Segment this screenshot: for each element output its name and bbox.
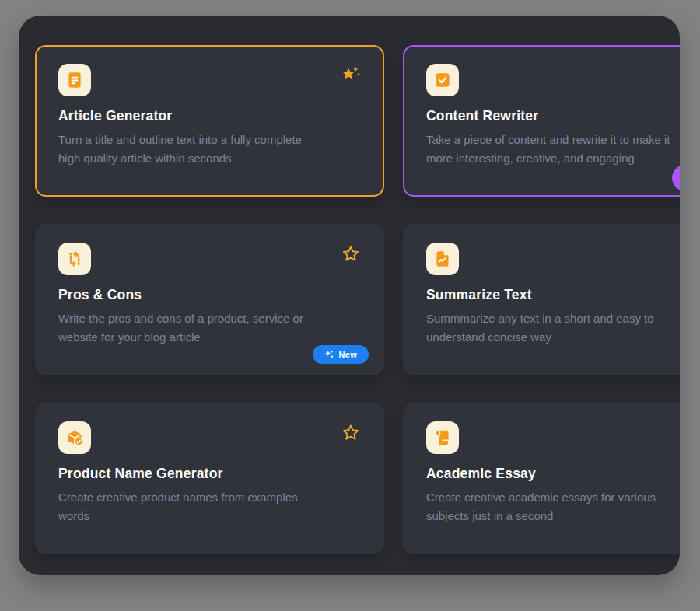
- new-badge: New: [313, 345, 369, 364]
- sparkle-icon: [324, 350, 334, 359]
- swap-arrows-icon: [58, 243, 91, 275]
- card-description: Write the pros and cons of a product, se…: [58, 309, 361, 346]
- favorited-star-icon[interactable]: [339, 64, 362, 87]
- card-description: Take a piece of content and rewrite it t…: [426, 131, 680, 167]
- tool-card-article-generator[interactable]: Article Generator Turn a title and outli…: [35, 45, 384, 197]
- tools-panel: Article Generator Turn a title and outli…: [19, 16, 680, 575]
- package-check-icon: [58, 421, 91, 454]
- card-description: Create creative academic essays for vari…: [426, 488, 680, 525]
- card-title: Pros & Cons: [58, 287, 361, 303]
- favorite-star-icon[interactable]: [339, 421, 362, 445]
- card-title: Product Name Generator: [58, 466, 361, 482]
- tool-card-product-name-generator[interactable]: Product Name Generator Create creative p…: [35, 403, 384, 554]
- tools-grid: Article Generator Turn a title and outli…: [19, 16, 680, 554]
- card-title: Summarize Text: [426, 287, 680, 303]
- tool-card-pros-cons[interactable]: Pros & Cons Write the pros and cons of a…: [35, 224, 384, 375]
- tool-card-academic-essay[interactable]: Academic Essay Create creative academic …: [403, 403, 680, 554]
- new-badge-label: New: [338, 350, 357, 359]
- document-icon: [58, 64, 91, 96]
- card-title: Article Generator: [58, 108, 361, 124]
- favorite-star-icon[interactable]: [339, 243, 362, 266]
- card-description: Create creative product names from examp…: [58, 488, 361, 525]
- card-title: Content Rewriter: [426, 108, 680, 124]
- checkbox-check-icon: [426, 64, 459, 96]
- tool-card-summarize-text[interactable]: Summarize Text Summmarize any text in a …: [403, 224, 680, 375]
- tool-card-content-rewriter[interactable]: Content Rewriter Take a piece of content…: [403, 45, 680, 197]
- card-title: Academic Essay: [426, 466, 680, 482]
- summary-file-icon: [426, 243, 459, 275]
- scroll-icon: [426, 421, 459, 454]
- card-description: Summmarize any text in a short and easy …: [426, 309, 680, 346]
- purple-corner-dot: [672, 165, 680, 191]
- card-description: Turn a title and outline text into a ful…: [58, 131, 361, 167]
